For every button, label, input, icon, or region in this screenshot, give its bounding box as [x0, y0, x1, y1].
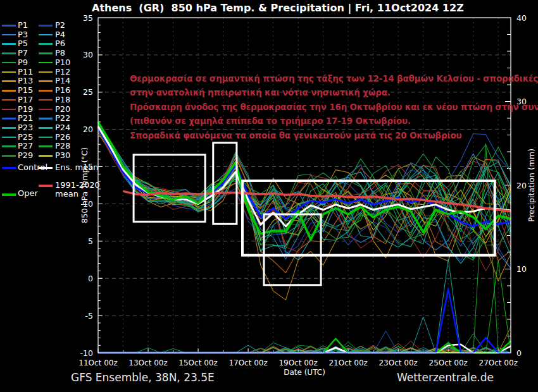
forecast-annotation: Θερμοκρασία σε σημαντική πτώση της τάξης… — [130, 71, 510, 142]
legend-swatch-ens-mean — [39, 167, 53, 169]
legend-label-p1: P1 — [18, 21, 28, 29]
legend-label-clim-mean: 1991-2020 — [55, 181, 100, 189]
legend-swatch-p27 — [2, 145, 16, 147]
legend-swatch-p10 — [39, 62, 53, 64]
y-axis-label-precip: Precipitation (mm) — [527, 149, 536, 222]
legend-swatch-control — [2, 167, 16, 169]
footer-brand: Wetterzentrale.de — [397, 371, 494, 384]
date-tick-label: 21Oct 00z — [328, 358, 367, 367]
legend-label-p10: P10 — [55, 58, 70, 66]
legend-swatch-p20 — [39, 109, 53, 111]
legend-label-clim-mean-2: mean — [55, 190, 78, 198]
legend-label-p5: P5 — [18, 39, 28, 47]
legend-label-p6: P6 — [55, 39, 65, 47]
precip-tick-label: 40 — [516, 13, 527, 23]
date-tick-label: 19Oct 00z — [278, 358, 317, 367]
annotation-line-4: (πιθανόν σε χαμηλά επίπεδα το τριήμερο 1… — [130, 114, 510, 128]
legend-swatch-p29 — [2, 155, 16, 157]
legend-label-p17: P17 — [18, 95, 33, 104]
legend-swatch-p5 — [2, 43, 16, 45]
legend-swatch-p7 — [2, 52, 16, 54]
legend-label-p9: P9 — [18, 58, 28, 66]
legend-label-p16: P16 — [55, 86, 70, 94]
legend-label-p26: P26 — [55, 133, 70, 141]
legend-label-p4: P4 — [55, 30, 65, 39]
temp-tick-label: 0 — [88, 274, 93, 283]
legend-label-oper: Oper — [18, 189, 38, 197]
date-tick-label: 13Oct 00z — [128, 358, 167, 367]
date-tick-label: 25Oct 00z — [429, 358, 468, 367]
date-tick-label: 11Oct 00z — [78, 358, 117, 367]
legend-label-p11: P11 — [18, 68, 33, 76]
annotation-line-2: στην ανατολική ηπειρωτική και νότια νησι… — [130, 85, 510, 99]
temp-tick-label: -10 — [80, 348, 93, 358]
annotation-line-1: Θερμοκρασία σε σημαντική πτώση της τάξης… — [130, 71, 510, 85]
legend-swatch-p24 — [39, 127, 53, 129]
legend-swatch-p30 — [39, 155, 53, 157]
legend-swatch-p1 — [2, 25, 16, 27]
legend-swatch-p21 — [2, 118, 16, 119]
date-tick-label: 27Oct 00z — [479, 358, 518, 367]
date-tick-label: 15Oct 00z — [178, 358, 217, 367]
legend-label-p21: P21 — [18, 114, 33, 122]
legend-label-p25: P25 — [18, 133, 33, 141]
legend-label-p24: P24 — [55, 123, 70, 132]
legend-swatch-p28 — [39, 145, 53, 147]
precip-tick-label: 0 — [516, 348, 522, 358]
legend-label-p8: P8 — [55, 49, 65, 57]
legend-swatch-p14 — [39, 80, 53, 82]
legend-swatch-p6 — [39, 43, 53, 45]
legend-swatch-p9 — [2, 62, 16, 64]
legend-swatch-p8 — [39, 52, 53, 54]
legend-label-p2: P2 — [55, 21, 65, 29]
meteogram-page: Athens (GR) 850 hPa Temp. & Precipitatio… — [0, 0, 538, 392]
legend-swatch-p26 — [39, 137, 53, 138]
legend-label-p15: P15 — [18, 86, 33, 94]
legend-swatch-p13 — [2, 80, 16, 82]
x-axis-label: Date (UTC) — [284, 368, 325, 377]
footer-model-info: GFS Ensemble, 38N, 23.5E — [71, 371, 215, 384]
legend-swatch-p12 — [39, 71, 53, 73]
legend-label-p29: P29 — [18, 151, 33, 159]
legend-label-p19: P19 — [18, 105, 33, 113]
legend-label-p20: P20 — [55, 105, 70, 113]
member-precip-P24 — [98, 259, 511, 353]
legend-swatch-p3 — [2, 34, 16, 36]
date-tick-label: 17Oct 00z — [228, 358, 267, 367]
legend-label-p7: P7 — [18, 49, 28, 57]
legend-swatch-p23 — [2, 127, 16, 129]
legend-swatch-p25 — [2, 137, 16, 138]
legend-label-p3: P3 — [18, 30, 28, 39]
legend-swatch-oper — [2, 193, 16, 196]
legend-label-ens-mean: Ens. mean — [55, 163, 98, 171]
temp-tick-label: -5 — [85, 311, 93, 321]
legend-label-p12: P12 — [55, 68, 70, 76]
legend-label-p30: P30 — [55, 151, 70, 159]
precip-tick-label: 20 — [516, 181, 527, 190]
legend-label-p22: P22 — [55, 114, 70, 122]
temp-tick-label: 5 — [88, 236, 93, 246]
member-precip-P10 — [98, 260, 511, 353]
legend-label-p28: P28 — [55, 142, 70, 150]
legend-swatch-p16 — [39, 90, 53, 92]
legend-swatch-p4 — [39, 34, 53, 36]
legend-label-p18: P18 — [55, 95, 70, 104]
annotation-line-3: Πρόσκαιρη άνοδος της θερμοκρασίας την 16… — [130, 100, 510, 114]
legend-swatch-p17 — [2, 99, 16, 101]
precip-tick-label: 10 — [516, 264, 527, 274]
legend-label-p13: P13 — [18, 77, 33, 85]
legend-swatch-p2 — [39, 25, 53, 27]
legend-swatch-p15 — [2, 90, 16, 92]
legend-label-p23: P23 — [18, 123, 33, 132]
legend-swatch-p18 — [39, 99, 53, 101]
legend-swatch-p19 — [2, 109, 16, 111]
legend-label-p27: P27 — [18, 142, 33, 150]
date-tick-label: 23Oct 00z — [378, 358, 417, 367]
legend-swatch-p11 — [2, 71, 16, 73]
legend-swatch-clim-mean — [39, 185, 53, 187]
legend-label-p14: P14 — [55, 77, 70, 85]
annotation-line-5: Σποραδικά φαινόμενα τα οποία θα γενικευτ… — [130, 128, 510, 142]
member-temp-P16 — [98, 129, 511, 273]
legend-swatch-p22 — [39, 118, 53, 119]
y-axis-label-temp: 850 hPa Temp. (°C) — [80, 147, 89, 223]
